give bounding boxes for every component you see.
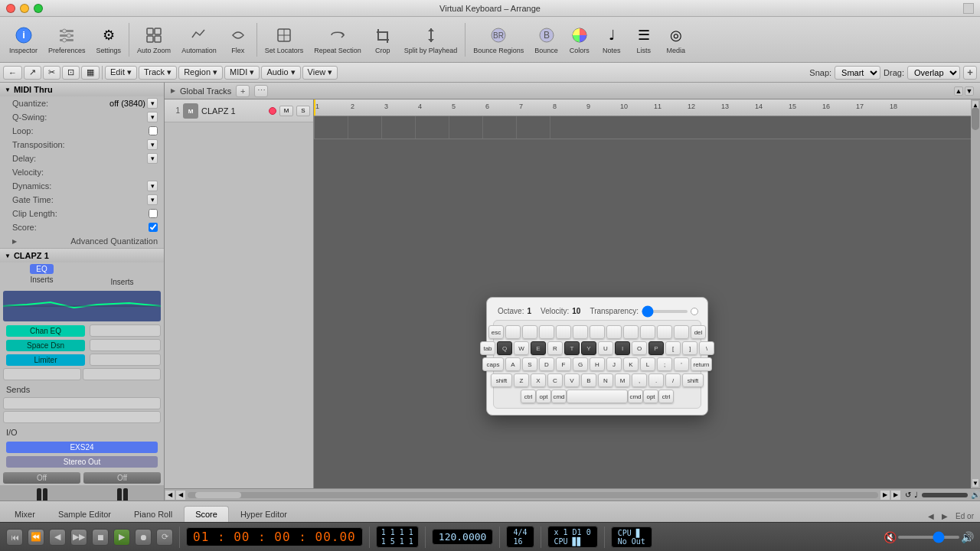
toolbar-repeat-section[interactable]: Repeat Section (309, 22, 366, 57)
scroll-left-arrow[interactable]: ◀ (165, 490, 175, 500)
vk-key-opt-r[interactable]: opt (643, 390, 658, 403)
tb2-audio-menu[interactable]: Audio ▾ (261, 66, 300, 80)
scroll-right-arrow-2[interactable]: ▶ (890, 490, 901, 500)
vk-key-f11[interactable] (674, 325, 689, 339)
transport-rewind[interactable]: ⏪ (28, 529, 44, 546)
tb2-edit-menu[interactable]: Edit ▾ (105, 66, 137, 80)
vk-key-d[interactable]: D (539, 357, 554, 371)
tb2-pointer-btn[interactable]: ↗ (24, 66, 41, 80)
vk-key-f7[interactable] (606, 325, 622, 339)
transport-loop[interactable]: ⟳ (156, 529, 173, 546)
toolbar-automation[interactable]: Automation (177, 22, 221, 57)
vk-key-i[interactable]: I (615, 341, 630, 355)
speaker-icon[interactable]: 🔊 (971, 491, 980, 499)
vk-key-v[interactable]: V (564, 373, 580, 387)
tb2-grid-btn[interactable]: ⊡ (62, 66, 80, 80)
vk-key-shift-r[interactable]: shift (682, 373, 704, 387)
vk-key-l[interactable]: L (640, 357, 655, 371)
toolbar-auto-zoom[interactable]: Auto Zoom (132, 22, 175, 57)
vk-key-esc[interactable]: esc (488, 325, 504, 339)
track-mute-1[interactable]: M (279, 106, 293, 116)
vk-key-b[interactable]: B (581, 373, 596, 387)
vk-key-m[interactable]: M (615, 373, 630, 387)
toolbar-flex[interactable]: Flex (223, 22, 253, 57)
clip-length-checkbox[interactable] (149, 209, 158, 218)
transport-stop[interactable]: ⏹ (92, 529, 109, 546)
scrollbar-thumb[interactable] (972, 107, 979, 130)
toolbar-settings[interactable]: ⚙ Settings (92, 22, 126, 57)
vk-key-f5[interactable] (573, 325, 588, 339)
transposition-stepper[interactable]: ▾ (147, 139, 158, 150)
off-button-1[interactable]: Off (3, 472, 80, 484)
vk-key-w[interactable]: W (514, 341, 529, 355)
vk-key-slash[interactable]: / (665, 373, 681, 387)
send-slot-1[interactable] (3, 397, 161, 409)
transport-back[interactable]: ◀ (49, 529, 66, 546)
tab-hyper-editor[interactable]: Hyper Editor (229, 506, 299, 522)
vk-key-g[interactable]: G (573, 357, 588, 371)
maximize-button[interactable] (34, 4, 43, 13)
tb2-select-btn[interactable]: ▦ (81, 66, 100, 80)
chan-eq-slot[interactable]: Chan EQ (6, 325, 85, 337)
scroll-up-arrow[interactable]: ▲ (954, 86, 963, 96)
scroll-down-arrow[interactable]: ▼ (965, 86, 974, 96)
vk-key-o[interactable]: O (632, 341, 647, 355)
vk-key-semicolon[interactable]: ; (657, 357, 672, 371)
loop-icon[interactable]: ↺ (904, 490, 912, 500)
quantize-stepper[interactable]: ▾ (147, 98, 158, 109)
add-track-button[interactable]: + (963, 66, 977, 80)
toolbar-bounce-regions[interactable]: BR Bounce Regions (469, 22, 528, 57)
vk-key-f3[interactable] (539, 325, 554, 339)
vk-key-quote[interactable]: ' (674, 357, 689, 371)
metronome-icon[interactable]: ♩ (913, 490, 919, 500)
vk-key-u[interactable]: U (598, 341, 613, 355)
vk-key-y[interactable]: Y (581, 341, 596, 355)
transparency-slider[interactable] (642, 310, 688, 313)
limiter-slot-right[interactable] (90, 354, 161, 366)
track-led-1[interactable] (269, 107, 276, 115)
send-slot-2[interactable] (3, 411, 161, 423)
scroll-down-btn[interactable]: ▼ (972, 478, 979, 487)
vk-key-caps[interactable]: caps (482, 357, 504, 371)
mute-icon[interactable]: 🔇 (884, 531, 897, 543)
tb2-region-menu[interactable]: Region ▾ (178, 66, 223, 80)
vk-key-return[interactable]: return (691, 357, 712, 371)
toolbar-lists[interactable]: ☰ Lists (629, 22, 659, 57)
empty-slot-1[interactable] (3, 368, 81, 380)
transport-timesig-display[interactable]: 4/4 16 (506, 526, 534, 548)
vk-key-e[interactable]: E (531, 341, 546, 355)
clapz-header[interactable]: ▼ CLAPZ 1 (0, 249, 164, 262)
vk-key-tab[interactable]: tab (480, 341, 495, 355)
transport-play[interactable]: ▶ (113, 529, 130, 546)
midi-thru-header[interactable]: ▼ MIDI Thru (0, 83, 164, 96)
toolbar-media[interactable]: ◎ Media (661, 22, 691, 57)
chan-eq-slot-right[interactable] (90, 324, 161, 337)
vk-key-f6[interactable] (590, 325, 605, 339)
vk-key-space[interactable] (567, 390, 628, 403)
toolbar-split-by-playhead[interactable]: Split by Playhead (400, 22, 462, 57)
transport-rewind-start[interactable]: ⏮ (6, 529, 23, 546)
qswing-stepper[interactable]: ▾ (147, 112, 158, 122)
tb2-midi-menu[interactable]: MIDI ▾ (224, 66, 260, 80)
nav-arrow-right[interactable]: ▶ (939, 510, 951, 522)
playback-slider[interactable] (922, 493, 968, 497)
delay-stepper[interactable]: ▾ (147, 153, 158, 164)
snap-select[interactable]: Smart (835, 66, 880, 80)
volume-slider[interactable] (898, 536, 959, 539)
toolbar-set-locators[interactable]: Set Locators (260, 22, 309, 57)
vk-key-n[interactable]: N (598, 373, 613, 387)
exs24-button[interactable]: EXS24 (6, 442, 158, 453)
vk-key-period[interactable]: . (648, 373, 664, 387)
vk-key-f9[interactable] (640, 325, 655, 339)
vk-key-cmd-r[interactable]: cmd (628, 390, 643, 403)
vk-key-c[interactable]: C (547, 373, 563, 387)
space-dsn-slot-right[interactable] (90, 339, 161, 351)
vk-key-bracket-l[interactable]: [ (665, 341, 681, 355)
vk-key-cmd-l[interactable]: cmd (551, 390, 567, 403)
scroll-track[interactable] (188, 492, 878, 498)
toolbar-crop[interactable]: Crop (368, 22, 398, 57)
resize-button[interactable] (963, 3, 974, 14)
vk-key-f8[interactable] (623, 325, 639, 339)
transport-record[interactable]: ⏺ (135, 529, 152, 546)
tab-score[interactable]: Score (184, 506, 229, 522)
